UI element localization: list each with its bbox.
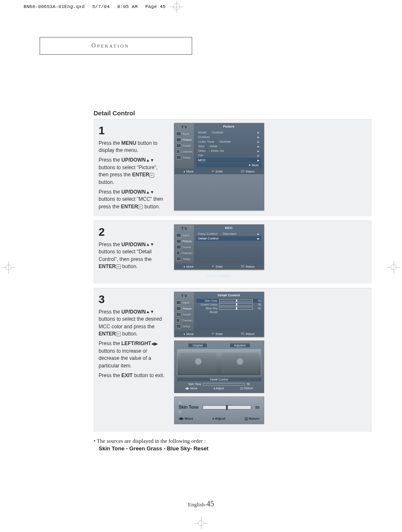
section-header-text: OPERATION [91,43,129,49]
osd-detail-control-menu: T V Input Picture Sound Channel Setup De… [174,292,264,337]
enter-icon: ↵ [212,265,214,268]
updown-icon: ♦ [184,170,185,173]
step-1-number: 1 [99,123,168,139]
page-number: English-45 [0,500,402,508]
image-original [177,349,219,375]
osd-nav-channel: Channel [175,250,193,256]
osd-footer: ♦Move ↵Enter ▯▯Return [174,331,264,337]
step-2-text: 2 Press the UP/DOWN▲▼ buttons to select … [99,224,168,278]
step-2: 2 Press the UP/DOWN▲▼ buttons to select … [94,221,372,284]
print-meta-filename: BN68-00653A-01Eng.qxd [24,4,85,9]
slider-reset: Reset [196,310,261,314]
big-slider-track[interactable] [203,405,251,410]
step-1-text: 1 Press the MENU button to display the m… [99,123,168,210]
osd-nav-picture: Picture [175,238,193,244]
subtitle: Detail Control [94,109,372,117]
print-meta-date: 5/7/04 [92,4,110,9]
osd-nav-setup: Setup [175,154,193,160]
crop-mark-left [2,261,15,274]
print-meta: BN68-00653A-01Eng.qxd 5/7/04 9:05 AM Pag… [24,3,180,10]
label-adjusted: Adjusted [230,343,250,347]
osd-more: ▼ More [196,163,261,167]
slider-skin-tone: Skin Tone50 [196,299,261,303]
step-3-number: 3 [99,292,168,308]
osd-row: Color Tone: Normal▶ [196,139,261,144]
enter-icon: ↵ [212,332,214,335]
updown-arrows-icon: ▲▼ [146,157,154,164]
osd-row: PIP▶ [196,153,261,158]
osd-nav-channel: Channel [175,317,193,323]
comparison-footer: ◀▶ Move ♦ Adjust ▯▯ Return [177,387,261,390]
updown-icon: ♦ [184,332,185,335]
osd-row: DNIe: DNIe On▶ [196,149,261,153]
updown-arrows-icon: ▲▼ [146,189,154,196]
leftright-arrows-icon: ◀▶ [151,341,158,347]
slider-blue-sky: Blue Sky50 [196,306,261,310]
image-adjusted [219,349,261,375]
osd-nav-input: Input [175,131,193,137]
osd-footer: ♦Move ↵Enter ▯▯Return [174,263,264,269]
return-icon: ▯▯ [241,170,244,173]
updown-icon: ♦ [184,265,185,268]
osd-footer: ♦Move ↵Enter ▯▯Return [174,168,264,174]
enter-icon: ↵ [116,264,121,269]
osd-row-selected: MCC▶ [196,158,261,162]
osd-nav-sound: Sound [175,143,193,149]
osd-tv-label: T V [175,294,193,298]
osd-nav-channel: Channel [175,149,193,154]
return-icon: ▯▯ [241,265,244,268]
osd-tv-label: T V [175,226,193,231]
osd-nav-picture: Picture [175,137,193,143]
image-loading-text: Image Loading... [174,274,264,278]
slider-green-grass: Green Grass50 [196,303,261,306]
footnote-order: Skin Tone - Green Grass - Blue Sky- Rese… [99,445,372,452]
return-icon: ▯▯ [241,332,244,335]
osd-nav-sound: Sound [175,311,193,317]
big-slider-panel: △ Skin Tone 50 ▽ ◀▶ Move ♦ Adjust ▯▯ Ret… [174,396,264,424]
chevron-up-icon: △ [179,400,260,404]
osd-row: Mode: Custom▶ [196,130,261,135]
comparison-images [177,349,261,376]
osd-nav-picture: Picture [175,306,193,311]
osd-nav-setup: Setup [175,323,193,329]
osd-nav-sound: Sound [175,244,193,250]
enter-icon: ↵ [116,332,121,336]
osd-title: Detail Control [196,293,261,297]
updown-arrows-icon: ▲▼ [146,309,154,315]
chevron-down-icon: ▽ [179,410,260,414]
comparison-subtitle: Detail Control [177,378,261,381]
content: Detail Control 1 Press the MENU button t… [94,109,372,452]
print-meta-time: 9:05 AM [117,4,137,9]
enter-icon: ↵ [138,205,143,209]
step-3: 3 Press the UP/DOWN▲▼ buttons to select … [94,288,372,432]
step-1: 1 Press the MENU button to display the m… [94,119,372,216]
print-meta-page: Page 45 [145,4,166,9]
osd-title: Picture [196,125,261,128]
enter-icon: ↵ [212,170,214,173]
step-3-text: 3 Press the UP/DOWN▲▼ buttons to select … [99,292,168,424]
footnote-line1: • The sources are displayed in the follo… [94,438,206,444]
crop-mark-bottom [195,517,207,529]
osd-row: Size: Wide▶ [196,144,261,149]
footer-adjust: ♦ Adjust [212,417,225,420]
osd-row: Easy Control: Standard▶ [196,231,261,236]
label-original: Original [188,343,207,347]
footer-return: ▯▯ Return [244,417,260,420]
osd-row-selected: Detail Control▶ [196,236,261,241]
registration-mark-icon [173,3,180,10]
big-slider-value: 50 [255,405,260,410]
comparison-mini-slider: Skin Tone 50 [177,383,261,386]
section-header: OPERATION [40,37,192,55]
osd-nav-input: Input [175,232,193,238]
osd-mcc-menu: T V Input Picture Sound Channel Setup MC… [174,224,264,270]
footer-move: ◀▶ Move [179,417,193,420]
osd-tv-label: T V [175,125,193,129]
updown-arrows-icon: ▲▼ [146,242,154,248]
osd-row: Custom▶ [196,135,261,139]
big-slider-label: Skin Tone [179,405,198,410]
osd-nav-setup: Setup [175,256,193,262]
step-2-number: 2 [99,224,168,240]
osd-picture-menu: T V Input Picture Sound Channel Setup Pi… [174,123,264,210]
comparison-preview: Original Adjusted Detail Control Skin To… [174,340,264,393]
enter-icon: ↵ [149,173,154,178]
